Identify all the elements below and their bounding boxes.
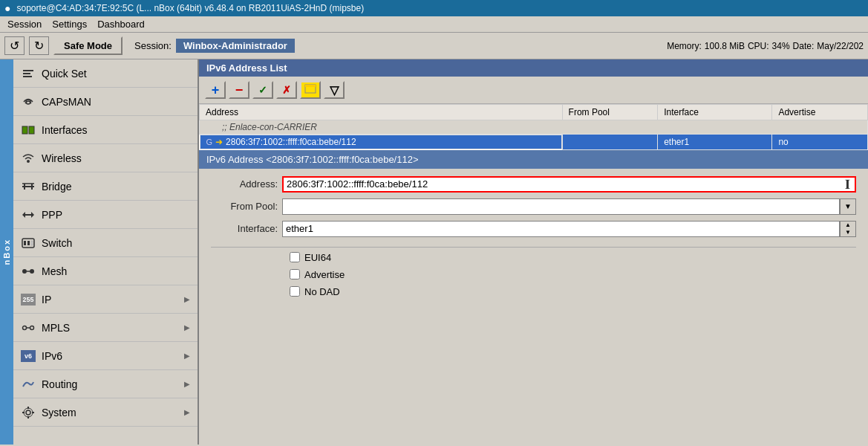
row-arrow: ➜ [215,137,223,147]
check-button[interactable]: ✓ [252,81,273,99]
sidebar-item-capsman[interactable]: CAPsMAN [13,88,198,116]
ribbon-text: nBox [2,239,11,265]
advertise-checkbox[interactable] [290,269,300,279]
row-flag: G [206,138,213,146]
svg-rect-15 [24,241,26,245]
switch-icon [21,236,36,251]
interface-input[interactable] [282,221,840,237]
date-value: May/22/202 [817,41,864,51]
detail-panel-header: IPv6 Address <2806:3f7:1002::ffff:f0ca:b… [199,150,868,169]
system-icon [21,405,36,420]
add-button[interactable]: + [205,81,226,99]
memory-label: Memory: [667,41,702,51]
address-row: Address: 𝐈 [211,176,856,193]
cpu-value: 34% [772,41,790,51]
comment-text: ;; Enlace-con-CARRIER [222,122,317,132]
sidebar-item-switch[interactable]: Switch [13,229,198,257]
cross-button[interactable]: ✗ [276,81,297,99]
svg-rect-16 [27,241,30,245]
capsman-icon [21,94,36,109]
interfaces-icon [21,123,36,138]
panel-title: IPv6 Address List [206,62,287,74]
session-label: Session: [134,40,172,51]
svg-point-25 [24,408,33,417]
svg-rect-17 [31,241,33,245]
session-value: Winbox-Administrador [176,39,295,53]
svg-point-22 [30,326,34,329]
from-pool-dropdown[interactable]: ▼ [840,198,856,215]
interface-label: Interface: [211,223,278,234]
ipv6-arrow: ▶ [184,352,190,360]
detail-title: IPv6 Address <2806:3f7:1002::ffff:f0ca:b… [206,154,419,165]
system-arrow: ▶ [184,408,190,416]
interface-row: Interface: ▲ ▼ [211,221,856,237]
sidebar-item-routing[interactable]: Routing ▶ [13,370,198,398]
no-dad-label: No DAD [304,286,340,297]
svg-point-24 [26,410,30,415]
address-input[interactable] [282,176,856,193]
col-from-pool: From Pool [562,105,658,120]
svg-rect-4 [22,126,27,134]
refresh-button[interactable]: ↺ [4,36,25,55]
row-address: 2806:3f7:1002::ffff:f0ca:bebe/112 [226,137,356,147]
toolbar: ↺ ↻ Safe Mode Session: Winbox-Administra… [0,33,868,59]
no-dad-row: No DAD [290,286,856,297]
sidebar-item-system[interactable]: System ▶ [13,398,198,427]
status-info: Memory: 100.8 MiB CPU: 34% Date: May/22/… [667,41,864,51]
sidebar-item-bridge[interactable]: Bridge [13,172,198,201]
sidebar-item-label: PPP [42,209,190,221]
menu-settings[interactable]: Settings [48,18,91,30]
sidebar-item-label: System [42,407,178,418]
detail-form: Address: 𝐈 From Pool: ▼ Interface: [199,169,868,311]
filter-button[interactable]: ▽ [324,81,345,99]
interface-dropdown[interactable]: ▲ ▼ [840,221,856,237]
panel-header: IPv6 Address List [199,59,868,77]
mesh-icon [21,264,36,279]
menu-session[interactable]: Session [3,18,46,30]
cursor-indicator: 𝐈 [845,176,850,192]
title-bar: ● soporte@C4:AD:34:7E:92:5C (L... nBox (… [0,0,868,16]
sidebar-item-ip[interactable]: 255 IP ▶ [13,285,198,314]
sidebar: Quick Set CAPsMAN Interfaces Wireless Br… [13,59,199,445]
sidebar-item-label: IP [42,294,178,306]
sidebar-item-label: IPv6 [42,350,178,362]
quick-set-icon [21,66,36,81]
main-layout: nBox Quick Set CAPsMAN Interfaces Wirel [0,59,868,445]
svg-rect-31 [305,85,316,87]
menu-dashboard[interactable]: Dashboard [93,18,149,30]
ip-icon: 255 [21,294,36,306]
memory-value: 100.8 MiB [705,41,745,51]
content-area: IPv6 Address List + − ✓ ✗ ▽ Address From… [199,59,868,445]
eui64-checkbox[interactable] [290,252,300,262]
no-dad-checkbox[interactable] [290,286,300,297]
sidebar-item-label: Bridge [42,181,190,193]
sidebar-item-mpls[interactable]: MPLS ▶ [13,314,198,342]
col-address: Address [200,105,563,120]
table-row[interactable]: G ➜ 2806:3f7:1002::ffff:f0ca:bebe/112 et… [200,135,868,150]
remove-button[interactable]: − [229,81,249,99]
address-label: Address: [211,178,278,190]
sidebar-item-mesh[interactable]: Mesh [13,257,198,285]
interface-field: ▲ ▼ [282,221,856,237]
from-pool-field: ▼ [282,198,856,215]
date-label: Date: [793,41,815,51]
sidebar-item-quick-set[interactable]: Quick Set [13,59,198,88]
svg-marker-13 [22,212,25,218]
from-pool-row: From Pool: ▼ [211,198,856,215]
advertise-row: Advertise [290,269,856,280]
safe-mode-button[interactable]: Safe Mode [53,36,123,55]
table-row: ;; Enlace-con-CARRIER [200,120,868,135]
sidebar-item-interfaces[interactable]: Interfaces [13,116,198,144]
row-advertise: no [772,135,868,150]
forward-button[interactable]: ↻ [29,36,49,55]
svg-rect-5 [29,126,34,134]
from-pool-input[interactable] [282,198,840,215]
cpu-label: CPU: [748,41,769,51]
sidebar-item-ipv6[interactable]: v6 IPv6 ▶ [13,342,198,370]
sidebar-item-ppp[interactable]: PPP [13,201,198,229]
ipv6-icon: v6 [21,350,36,362]
ppp-icon [21,207,36,222]
comment-button[interactable] [300,81,321,99]
sidebar-item-wireless[interactable]: Wireless [13,144,198,172]
col-advertise: Advertise [772,105,868,120]
